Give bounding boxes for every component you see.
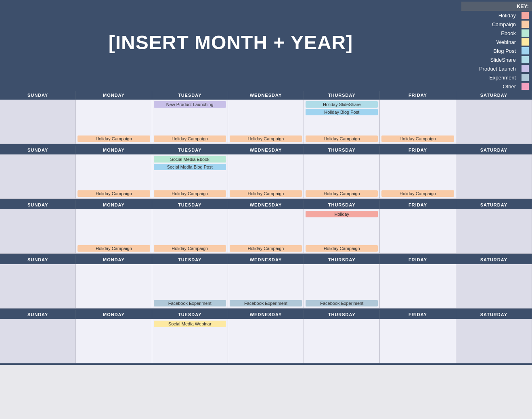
bottom-event-tag: Holiday Campaign bbox=[230, 245, 302, 252]
week-header-cell: MONDAY bbox=[76, 200, 152, 209]
week-header-cell: MONDAY bbox=[76, 91, 152, 100]
week-header-cell: SUNDAY bbox=[0, 255, 76, 264]
day-cell bbox=[456, 209, 532, 254]
week-header-cell: FRIDAY bbox=[380, 200, 456, 209]
week-header-cell: MONDAY bbox=[76, 310, 152, 319]
legend-item-holiday: Holiday bbox=[461, 11, 532, 20]
day-cell: Holiday Campaign bbox=[228, 209, 304, 254]
week-header-cell: MONDAY bbox=[76, 146, 152, 154]
legend-item-webinar: Webinar bbox=[461, 38, 532, 46]
week-header-cell: SATURDAY bbox=[456, 146, 532, 154]
week-header-cell: THURSDAY bbox=[304, 310, 380, 319]
legend-item-product: Product Launch bbox=[461, 64, 532, 73]
week-header-cell: SATURDAY bbox=[456, 91, 532, 100]
bottom-event-tag: Holiday Campaign bbox=[77, 135, 150, 142]
day-cell bbox=[76, 319, 152, 363]
day-cell: HolidayHoliday Campaign bbox=[304, 209, 380, 254]
bottom-event-tag: Facebook Experiment bbox=[230, 300, 302, 306]
bottom-event-tag: Holiday Campaign bbox=[230, 135, 302, 142]
day-cell: Holiday Campaign bbox=[380, 100, 456, 144]
day-cell: Facebook Experiment bbox=[228, 264, 304, 309]
day-cell bbox=[380, 209, 456, 254]
bottom-event-tag: Holiday Campaign bbox=[154, 190, 226, 197]
day-cell bbox=[0, 319, 76, 363]
event-tag: Holiday Blog Post bbox=[306, 109, 378, 115]
week-header-cell: SUNDAY bbox=[0, 91, 76, 100]
week-header-cell: WEDNESDAY bbox=[228, 310, 304, 319]
week-header-cell: TUESDAY bbox=[152, 91, 228, 100]
day-cell: Holiday Campaign bbox=[304, 154, 380, 199]
day-cell bbox=[456, 100, 532, 144]
legend-item-ebook: Ebook bbox=[461, 29, 532, 38]
bottom-event-tag: Holiday Campaign bbox=[306, 135, 378, 142]
legend-item-experiment: Experiment bbox=[461, 73, 532, 82]
day-cell: Social Media EbookSocial Media Blog Post… bbox=[152, 154, 228, 199]
event-tag: Social Media Webinar bbox=[154, 321, 226, 327]
week-header-cell: FRIDAY bbox=[380, 310, 456, 319]
week-header-cell: TUESDAY bbox=[152, 146, 228, 154]
week-header-cell: WEDNESDAY bbox=[228, 146, 304, 154]
week-header-cell: FRIDAY bbox=[380, 146, 456, 154]
event-tag: New Product Launching bbox=[154, 101, 226, 108]
week-header-cell: SATURDAY bbox=[456, 255, 532, 264]
week-header-cell: FRIDAY bbox=[380, 91, 456, 100]
day-cell: Holiday Campaign bbox=[228, 100, 304, 144]
week-header-cell: WEDNESDAY bbox=[228, 200, 304, 209]
day-cell bbox=[0, 209, 76, 254]
day-cell bbox=[456, 154, 532, 199]
day-cell bbox=[456, 319, 532, 363]
day-cell bbox=[228, 319, 304, 363]
day-cell bbox=[0, 100, 76, 144]
bottom-event-tag: Holiday Campaign bbox=[154, 245, 226, 252]
bottom-event-tag: Facebook Experiment bbox=[306, 300, 378, 306]
day-cell bbox=[0, 154, 76, 199]
day-cell: Holiday Campaign bbox=[76, 100, 152, 144]
day-cell: Holiday Campaign bbox=[76, 209, 152, 254]
event-tag: Social Media Ebook bbox=[154, 156, 226, 163]
legend-item-campaign: Campaign bbox=[461, 20, 532, 29]
day-cell: New Product LaunchingHoliday Campaign bbox=[152, 100, 228, 144]
week-header-cell: SATURDAY bbox=[456, 310, 532, 319]
week-header-cell: WEDNESDAY bbox=[228, 91, 304, 100]
event-tag: Holiday bbox=[306, 211, 378, 217]
day-cell bbox=[456, 264, 532, 309]
legend-item-other: Other bbox=[461, 82, 532, 91]
event-tag: Holiday SlideShare bbox=[306, 101, 378, 108]
day-cell: Holiday Campaign bbox=[380, 154, 456, 199]
bottom-event-tag: Holiday Campaign bbox=[306, 245, 378, 252]
week-header-cell: THURSDAY bbox=[304, 146, 380, 154]
day-cell bbox=[0, 264, 76, 309]
week-header-cell: MONDAY bbox=[76, 255, 152, 264]
week-header-cell: THURSDAY bbox=[304, 91, 380, 100]
week-header-cell: THURSDAY bbox=[304, 200, 380, 209]
day-cell: Holiday SlideShareHoliday Blog PostHolid… bbox=[304, 100, 380, 144]
week-header-cell: FRIDAY bbox=[380, 255, 456, 264]
week-header-cell: WEDNESDAY bbox=[228, 255, 304, 264]
bottom-event-tag: Holiday Campaign bbox=[77, 190, 150, 197]
day-cell: Facebook Experiment bbox=[152, 264, 228, 309]
bottom-event-tag: Holiday Campaign bbox=[306, 190, 378, 197]
bottom-event-tag: Holiday Campaign bbox=[154, 135, 226, 142]
page-title: [INSERT MONTH + YEAR] bbox=[109, 31, 353, 54]
bottom-event-tag: Holiday Campaign bbox=[77, 245, 150, 252]
day-cell: Holiday Campaign bbox=[76, 154, 152, 199]
week-header-cell: TUESDAY bbox=[152, 310, 228, 319]
legend-item-blogpost: Blog Post bbox=[461, 46, 532, 55]
event-tag: Social Media Blog Post bbox=[154, 164, 226, 170]
week-header-cell: SUNDAY bbox=[0, 200, 76, 209]
day-cell: Holiday Campaign bbox=[152, 209, 228, 254]
day-cell bbox=[304, 319, 380, 363]
week-header-cell: TUESDAY bbox=[152, 200, 228, 209]
week-header-cell: THURSDAY bbox=[304, 255, 380, 264]
day-cell bbox=[380, 319, 456, 363]
bottom-event-tag: Facebook Experiment bbox=[154, 300, 226, 306]
bottom-event-tag: Holiday Campaign bbox=[381, 190, 454, 197]
bottom-event-tag: Holiday Campaign bbox=[381, 135, 454, 142]
week-header-cell: TUESDAY bbox=[152, 255, 228, 264]
day-cell bbox=[76, 264, 152, 309]
day-cell: Facebook Experiment bbox=[304, 264, 380, 309]
week-header-cell: SATURDAY bbox=[456, 200, 532, 209]
day-cell: Social Media Webinar bbox=[152, 319, 228, 363]
day-cell: Holiday Campaign bbox=[228, 154, 304, 199]
week-header-cell: SUNDAY bbox=[0, 146, 76, 154]
